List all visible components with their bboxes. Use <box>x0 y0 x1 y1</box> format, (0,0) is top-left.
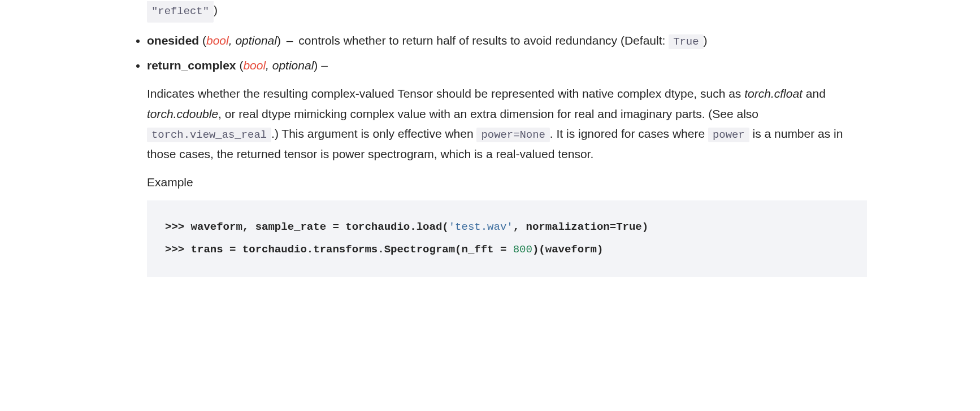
code-example: >>> waveform, sample_rate = torchaudio.l… <box>147 200 867 277</box>
param-type[interactable]: bool <box>243 59 266 72</box>
code-power-none: power=None <box>476 128 549 142</box>
doc-content: onesided (bool, optional) – controls whe… <box>0 30 980 304</box>
prev-param-residual: "reflect") <box>0 0 980 23</box>
example-label: Example <box>147 172 867 193</box>
code-default-true: True <box>669 34 703 49</box>
param-optional: , optional <box>266 59 314 72</box>
em-cfloat: torch.cfloat <box>744 87 803 100</box>
code-view-as-real[interactable]: torch.view_as_real <box>147 128 271 142</box>
param-description: Indicates whether the resulting complex-… <box>147 84 867 277</box>
param-name: return_complex <box>147 59 236 72</box>
param-type[interactable]: bool <box>206 34 229 47</box>
param-optional: , optional <box>229 34 277 47</box>
code-power: power <box>708 128 749 142</box>
param-name: onesided <box>147 34 199 47</box>
param-desc: controls whether to return half of resul… <box>298 34 669 47</box>
code-reflect: "reflect" <box>147 1 214 23</box>
em-cdouble: torch.cdouble <box>147 107 218 120</box>
parameter-list: onesided (bool, optional) – controls whe… <box>113 30 867 277</box>
param-onesided: onesided (bool, optional) – controls whe… <box>147 30 867 51</box>
param-return-complex: return_complex (bool, optional) – Indica… <box>147 55 867 277</box>
